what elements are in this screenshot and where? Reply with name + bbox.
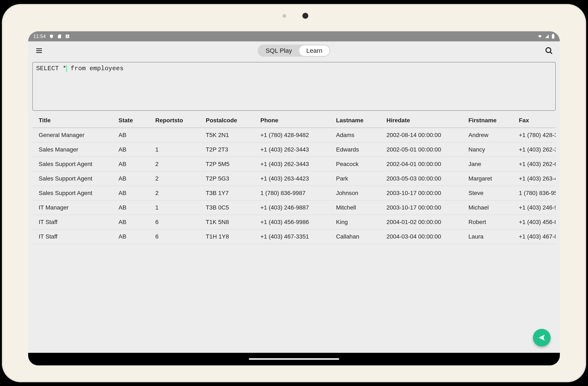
col-fax: Fax: [513, 113, 556, 128]
cell-title: IT Manager: [32, 200, 112, 215]
col-state: State: [112, 113, 149, 128]
cell-postalcode: T5K 2N1: [199, 128, 254, 142]
app-box-icon: A: [65, 34, 70, 39]
cell-reportsto: 1: [149, 142, 199, 157]
table-row: Sales Support AgentAB2T3B 1Y71 (780) 836…: [32, 186, 556, 200]
cell-fax: +1 (403) 262-67: [513, 157, 556, 171]
cell-fax: +1 (403) 263-42: [513, 171, 556, 186]
col-phone: Phone: [254, 113, 330, 128]
cell-reportsto: 6: [149, 229, 199, 244]
cell-firstname: Steve: [462, 186, 513, 200]
sql-editor[interactable]: SELECT * from employees: [32, 62, 556, 111]
cell-state: AB: [112, 215, 149, 229]
wifi-icon: [537, 34, 543, 39]
cell-postalcode: T1K 5N8: [199, 215, 254, 229]
cell-hiredate: 2003-05-03 00:00:00: [380, 171, 462, 186]
shield-icon: [49, 34, 54, 39]
cell-reportsto: 6: [149, 215, 199, 229]
cell-reportsto: 1: [149, 200, 199, 215]
cell-reportsto: 2: [149, 171, 199, 186]
col-reportsto: Reportsto: [149, 113, 199, 128]
cell-fax: +1 (780) 428-34: [513, 128, 556, 142]
cell-hiredate: 2004-03-04 00:00:00: [380, 229, 462, 244]
cell-phone: 1 (780) 836-9987: [254, 186, 330, 200]
cell-phone: +1 (403) 456-9986: [254, 215, 330, 229]
cell-lastname: Peacock: [330, 157, 380, 171]
results-table-wrap[interactable]: Title State Reportsto Postalcode Phone L…: [32, 113, 556, 244]
menu-button[interactable]: [34, 46, 44, 55]
table-row: Sales ManagerAB1T2P 2T3+1 (403) 262-3443…: [32, 142, 556, 157]
cell-hiredate: 2002-08-14 00:00:00: [380, 128, 462, 142]
results-table: Title State Reportsto Postalcode Phone L…: [32, 113, 556, 244]
cell-lastname: Johnson: [330, 186, 380, 200]
cell-fax: +1 (403) 246-98: [513, 200, 556, 215]
svg-line-8: [550, 52, 552, 54]
cell-hiredate: 2002-05-01 00:00:00: [380, 142, 462, 157]
tab-sql-play[interactable]: SQL Play: [258, 45, 299, 56]
svg-rect-2: [552, 35, 554, 39]
cell-fax: 1 (780) 836-954: [513, 186, 556, 200]
cell-state: AB: [112, 157, 149, 171]
cell-postalcode: T1H 1Y8: [199, 229, 254, 244]
col-title: Title: [32, 113, 112, 128]
cell-lastname: Adams: [330, 128, 380, 142]
cell-state: AB: [112, 200, 149, 215]
cell-phone: +1 (403) 263-4423: [254, 171, 330, 186]
svg-text:A: A: [66, 35, 68, 38]
col-postalcode: Postalcode: [199, 113, 254, 128]
camera-lens: [302, 13, 308, 19]
cell-title: Sales Support Agent: [32, 157, 112, 171]
cell-state: AB: [112, 186, 149, 200]
cell-phone: +1 (403) 246-9887: [254, 200, 330, 215]
cell-firstname: Margaret: [462, 171, 513, 186]
cell-hiredate: 2003-10-17 00:00:00: [380, 186, 462, 200]
cell-lastname: Park: [330, 171, 380, 186]
run-query-button[interactable]: [533, 329, 551, 346]
system-status-bar: 11:54 A: [28, 31, 560, 41]
col-firstname: Firstname: [462, 113, 513, 128]
battery-icon: [551, 34, 555, 39]
app-header: SQL Play Learn: [28, 41, 560, 60]
table-row: IT ManagerAB1T3B 0C5+1 (403) 246-9887Mit…: [32, 200, 556, 215]
cell-postalcode: T2P 2T3: [199, 142, 254, 157]
cell-phone: +1 (403) 262-3443: [254, 157, 330, 171]
cell-title: IT Staff: [32, 215, 112, 229]
content-area: SELECT * from employees Title State Repo…: [28, 60, 560, 353]
cell-fax: +1 (403) 262-33: [513, 142, 556, 157]
cell-postalcode: T2P 5M5: [199, 157, 254, 171]
cell-title: IT Staff: [32, 229, 112, 244]
sql-text: SELECT * from employees: [36, 65, 124, 72]
cell-lastname: King: [330, 215, 380, 229]
tablet-frame: 11:54 A: [2, 4, 586, 382]
cell-phone: +1 (780) 428-9482: [254, 128, 330, 142]
cell-title: Sales Support Agent: [32, 186, 112, 200]
sd-card-icon: [57, 34, 62, 39]
cell-postalcode: T2P 5G3: [199, 171, 254, 186]
status-left: 11:54 A: [33, 33, 70, 39]
cell-firstname: Andrew: [462, 128, 513, 142]
search-icon: [545, 46, 553, 55]
tab-learn[interactable]: Learn: [299, 45, 330, 56]
cell-state: AB: [112, 128, 149, 142]
cell-title: Sales Manager: [32, 142, 112, 157]
cell-state: AB: [112, 142, 149, 157]
table-row: IT StaffAB6T1H 1Y8+1 (403) 467-3351Calla…: [32, 229, 556, 244]
cell-lastname: Callahan: [330, 229, 380, 244]
table-row: Sales Support AgentAB2T2P 5G3+1 (403) 26…: [32, 171, 556, 186]
status-time: 11:54: [33, 33, 46, 39]
table-row: Sales Support AgentAB2T2P 5M5+1 (403) 26…: [32, 157, 556, 171]
cell-title: Sales Support Agent: [32, 171, 112, 186]
cell-lastname: Mitchell: [330, 200, 380, 215]
cell-firstname: Michael: [462, 200, 513, 215]
table-row: IT StaffAB6T1K 5N8+1 (403) 456-9986King2…: [32, 215, 556, 229]
search-button[interactable]: [544, 46, 554, 55]
cell-state: AB: [112, 229, 149, 244]
col-hiredate: Hiredate: [380, 113, 462, 128]
home-indicator[interactable]: [249, 358, 339, 360]
svg-rect-3: [552, 34, 554, 35]
cell-firstname: Laura: [462, 229, 513, 244]
tab-segment: SQL Play Learn: [258, 44, 330, 57]
cell-fax: +1 (403) 467-87: [513, 229, 556, 244]
signal-icon: [545, 34, 549, 39]
cell-state: AB: [112, 171, 149, 186]
